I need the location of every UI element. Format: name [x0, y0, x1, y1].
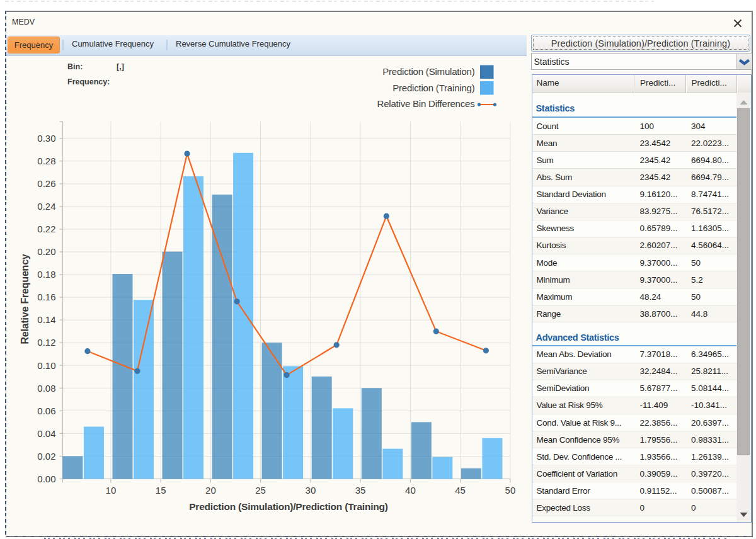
svg-text:0.12: 0.12 — [37, 337, 55, 348]
svg-text:Relative Frequency: Relative Frequency — [20, 254, 30, 344]
svg-text:Relative Bin Differences: Relative Bin Differences — [377, 98, 475, 109]
svg-text:0.04: 0.04 — [37, 428, 55, 439]
svg-text:0.16: 0.16 — [37, 292, 55, 302]
svg-text:Frequency:: Frequency: — [67, 77, 110, 86]
svg-text:0.30: 0.30 — [37, 133, 55, 144]
svg-text:Bin:: Bin: — [67, 62, 83, 71]
svg-text:0.28: 0.28 — [37, 156, 55, 166]
svg-text:0.14: 0.14 — [37, 314, 55, 325]
svg-text:0.18: 0.18 — [37, 269, 55, 280]
svg-text:10: 10 — [106, 485, 117, 496]
svg-text:20: 20 — [205, 485, 216, 496]
svg-text:0.20: 0.20 — [37, 246, 55, 257]
svg-text:Prediction (Simulation)/Predic: Prediction (Simulation)/Prediction (Trai… — [189, 501, 388, 512]
svg-text:30: 30 — [306, 485, 316, 496]
svg-text:Prediction (Training): Prediction (Training) — [392, 82, 474, 93]
svg-text:0.10: 0.10 — [37, 360, 55, 371]
svg-text:0.00: 0.00 — [37, 474, 55, 484]
svg-text:35: 35 — [355, 485, 366, 496]
svg-text:45: 45 — [455, 485, 466, 496]
svg-text:15: 15 — [156, 485, 166, 496]
svg-text:0.26: 0.26 — [37, 178, 55, 189]
svg-text:0.24: 0.24 — [37, 201, 55, 212]
svg-text:0.02: 0.02 — [37, 451, 55, 462]
svg-text:0.06: 0.06 — [37, 406, 55, 416]
svg-text:0.22: 0.22 — [37, 224, 55, 234]
svg-text:0.08: 0.08 — [37, 383, 55, 394]
svg-text:40: 40 — [405, 485, 416, 496]
svg-text:25: 25 — [255, 485, 266, 496]
svg-text:[,]: [,] — [117, 62, 124, 71]
svg-text:Prediction (Simulation): Prediction (Simulation) — [382, 66, 474, 77]
svg-text:50: 50 — [505, 485, 516, 496]
